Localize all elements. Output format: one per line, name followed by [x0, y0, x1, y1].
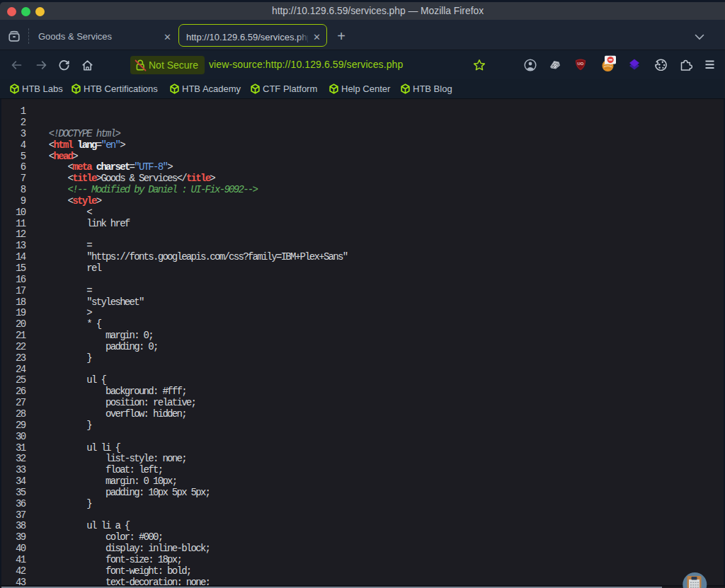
svg-text:UO: UO — [577, 62, 583, 66]
